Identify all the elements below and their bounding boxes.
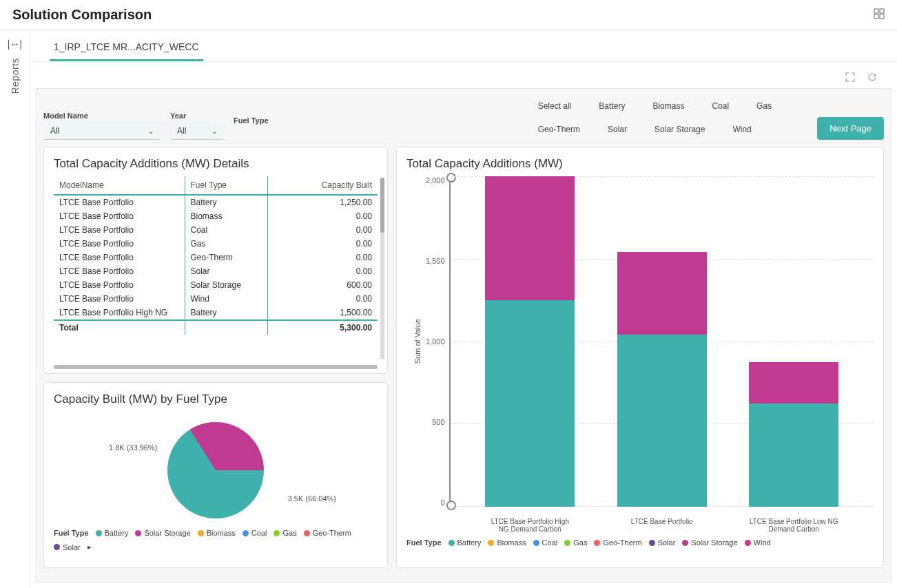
tab-active[interactable]: 1_IRP_LTCE MR...ACITY_WECC (50, 34, 203, 61)
fueltype-chip[interactable]: Coal (699, 96, 741, 116)
filter-bar: Model Name All ⌄ Year All ⌄ (43, 96, 884, 140)
legend-item[interactable]: Solar Storage (682, 538, 737, 547)
filter-year-label: Year (170, 112, 224, 120)
legend-item[interactable]: Gas (274, 529, 296, 537)
year-dropdown-value: All (177, 126, 186, 136)
pie-graphic (167, 422, 264, 518)
header: Solution Comparison (0, 0, 897, 30)
svg-rect-0 (874, 9, 878, 13)
pie-label-a: 1.8K (33.96%) (109, 443, 157, 452)
barchart-legend: Fuel TypeBatteryBiomassCoalGasGeo-ThermS… (406, 538, 874, 547)
legend-item[interactable]: Geo-Therm (304, 529, 351, 537)
fueltype-chip[interactable]: Geo-Therm (526, 119, 592, 140)
chevron-down-icon: ⌄ (212, 127, 217, 135)
table-title: Total Capacity Additions (MW) Details (54, 157, 378, 171)
bar-xlabel: LTCE Base Portfolio Low NG Demand Carbon (749, 518, 838, 533)
legend-item[interactable]: Coal (243, 529, 267, 537)
legend-item[interactable]: Solar (649, 538, 676, 547)
bar-segment (617, 335, 707, 507)
barchart-plot[interactable]: LTCE Base Portfolio High NG Demand Carbo… (449, 176, 874, 507)
piechart-plot[interactable]: 1.8K (33.96%) 3.5K (66.04%) (54, 412, 378, 529)
legend-item[interactable]: Geo-Therm (594, 538, 641, 547)
table-row[interactable]: LTCE Base Portfolio High NGBattery1,500.… (54, 306, 378, 320)
svg-rect-2 (874, 14, 878, 19)
model-dropdown-value: All (50, 126, 59, 136)
table-row[interactable]: LTCE Base PortfolioGeo-Therm0.00 (54, 251, 378, 264)
piechart-title: Capacity Built (MW) by Fuel Type (54, 392, 378, 406)
legend-item[interactable]: Battery (96, 529, 129, 537)
bar-segment (749, 362, 838, 403)
panel-piechart: Capacity Built (MW) by Fuel Type 1.8K (3… (43, 382, 388, 568)
barchart-yaxis: 2,0001,5001,0005000 (422, 176, 449, 507)
table-total-row: Total5,300.00 (54, 320, 378, 335)
next-page-button[interactable]: Next Page (817, 117, 884, 140)
bar[interactable] (617, 252, 707, 507)
barchart-title: Total Capacity Additions (MW) (406, 157, 874, 171)
bar-segment (617, 252, 707, 335)
fueltype-chip[interactable]: Select all (526, 96, 584, 116)
pie-label-b: 3.5K (66.04%) (288, 494, 336, 503)
capacity-table[interactable]: ModelName Fuel Type Capacity Built LTCE … (54, 176, 378, 335)
table-scrollbar-h[interactable] (54, 365, 378, 369)
panel-table: Total Capacity Additions (MW) Details Mo… (43, 147, 388, 374)
table-row[interactable]: LTCE Base PortfolioSolar0.00 (54, 264, 378, 278)
legend-item[interactable]: Gas (564, 538, 587, 547)
table-scrollbar-v[interactable] (380, 178, 384, 359)
expand-icon[interactable]: |↔| (8, 39, 22, 50)
bar-segment (485, 300, 575, 507)
bar-segment (749, 403, 838, 507)
bar[interactable] (485, 176, 575, 507)
table-row[interactable]: LTCE Base PortfolioGas0.00 (54, 237, 378, 251)
tab-bar: 1_IRP_LTCE MR...ACITY_WECC (30, 30, 897, 62)
fueltype-chip[interactable]: Battery (586, 96, 637, 116)
grid-view-icon[interactable] (874, 8, 885, 21)
legend-more-icon[interactable]: ▸ (87, 543, 92, 552)
piechart-legend: Fuel TypeBatterySolar StorageBiomassCoal… (54, 529, 378, 552)
legend-item[interactable]: Battery (448, 538, 482, 547)
chevron-down-icon: ⌄ (148, 127, 154, 135)
legend-item[interactable]: Wind (745, 538, 771, 547)
bar-xlabel: LTCE Base Portfolio (617, 518, 707, 533)
fueltype-chip[interactable]: Wind (720, 119, 763, 140)
table-row[interactable]: LTCE Base PortfolioCoal0.00 (54, 223, 378, 237)
table-col-fuel[interactable]: Fuel Type (185, 176, 267, 195)
table-row[interactable]: LTCE Base PortfolioSolar Storage600.00 (54, 278, 378, 292)
bar-xlabel: LTCE Base Portfolio High NG Demand Carbo… (485, 518, 575, 533)
sidebar: |↔| Reports (0, 30, 30, 588)
fueltype-chip[interactable]: Biomass (640, 96, 697, 116)
page-title: Solution Comparison (12, 7, 152, 23)
table-col-cap[interactable]: Capacity Built (267, 176, 378, 195)
filter-fueltype-label: Fuel Type (234, 116, 516, 125)
legend-item[interactable]: Solar Storage (135, 529, 190, 537)
table-col-model[interactable]: ModelName (54, 176, 185, 195)
fullscreen-icon[interactable] (845, 72, 856, 83)
report-toolbar (30, 62, 897, 88)
model-dropdown[interactable]: All ⌄ (43, 123, 161, 140)
table-row[interactable]: LTCE Base PortfolioBattery1,250.00 (54, 195, 378, 209)
fueltype-chip[interactable]: Solar Storage (642, 119, 717, 140)
refresh-icon[interactable] (867, 72, 878, 83)
panel-barchart: Total Capacity Additions (MW) Sum of Val… (396, 147, 884, 568)
legend-item[interactable]: Solar (54, 543, 81, 552)
legend-item[interactable]: Biomass (198, 529, 236, 537)
year-dropdown[interactable]: All ⌄ (170, 123, 224, 140)
legend-item[interactable]: Biomass (488, 538, 526, 547)
table-row[interactable]: LTCE Base PortfolioWind0.00 (54, 292, 378, 306)
bar-segment (485, 176, 575, 300)
table-row[interactable]: LTCE Base PortfolioBiomass0.00 (54, 209, 378, 223)
svg-rect-1 (880, 9, 884, 13)
fueltype-chips: Select allBatteryBiomassCoalGasGeo-Therm… (526, 96, 808, 140)
legend-item[interactable]: Coal (533, 538, 558, 547)
fueltype-chip[interactable]: Solar (595, 119, 639, 140)
barchart-ylabel: Sum of Value (413, 319, 422, 364)
fueltype-chip[interactable]: Gas (744, 96, 784, 116)
svg-rect-3 (880, 14, 884, 19)
filter-model-label: Model Name (43, 112, 161, 120)
bar[interactable] (749, 362, 838, 507)
sidebar-label[interactable]: Reports (10, 58, 21, 94)
